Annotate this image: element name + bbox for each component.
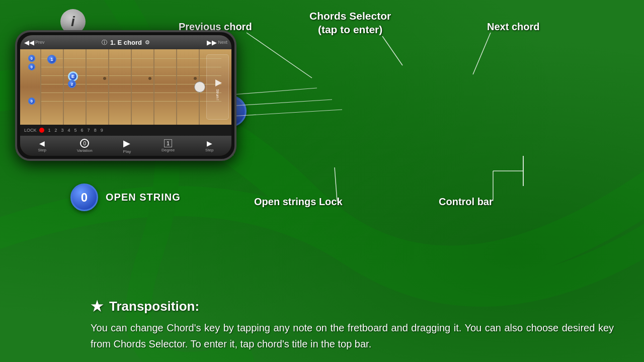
strum-icon (213, 78, 223, 88)
prev-btn[interactable]: ◀◀ Prev (24, 39, 45, 46)
transposition-title: ★ Transposition: (91, 298, 614, 315)
strum-label: Strum ! (216, 89, 219, 101)
open-dot-3: 0 (28, 98, 35, 105)
open-string-label: OPEN STRING (106, 192, 181, 203)
next-chord-label: Next chord (487, 21, 539, 33)
next-btn[interactable]: ▶▶ Next (207, 39, 227, 46)
lock-row: LOCK 1 2 3 4 5 6 7 8 9 (20, 125, 231, 136)
ctrl-step-back[interactable]: ◀ Step (38, 139, 46, 152)
open-dot-2: 0 (28, 63, 35, 70)
chord-header: ◀◀ Prev ⓘ 1. E chord ⚙ ▶▶ Next (20, 35, 231, 49)
fret-marker-2 (148, 77, 151, 80)
phone-mockup: ◀◀ Prev ⓘ 1. E chord ⚙ ▶▶ Next (15, 30, 236, 161)
transposition-heading: Transposition: (109, 299, 199, 314)
open-dot-1: 0 (28, 55, 35, 62)
round-button[interactable] (194, 81, 205, 93)
chord-title-display: 1. E chord (110, 39, 142, 46)
chords-selector-label: Chords Selector (tap to enter) (309, 9, 391, 37)
fret-marker-1 (103, 77, 106, 80)
ctrl-play[interactable]: ▶ Play (123, 138, 131, 154)
phone-screen: ◀◀ Prev ⓘ 1. E chord ⚙ ▶▶ Next (20, 35, 231, 156)
ctrl-variation[interactable]: 0 Variation (77, 139, 93, 153)
fret-marker-3 (194, 77, 197, 80)
star-icon: ★ (91, 298, 103, 315)
fret-dot-2: 2 (68, 80, 76, 88)
control-bar-label: Control bar (439, 196, 493, 208)
ctrl-degree[interactable]: 1 Degree (162, 139, 175, 152)
ctrl-step-forward[interactable]: ▶ Step (205, 139, 213, 152)
open-string-row: 0 OPEN STRING (70, 184, 181, 211)
open-strings-lock-label: Open strings Lock (254, 196, 343, 208)
strum-area[interactable]: Strum ! (206, 54, 229, 120)
lock-indicator (39, 128, 44, 133)
fretboard[interactable]: 0 0 0 1 E 2 Strum ! (20, 49, 231, 125)
lock-label: LOCK (24, 128, 37, 133)
svg-marker-10 (215, 79, 222, 86)
transposition-body: You can change Chord's key by tapping an… (91, 320, 614, 352)
phone-control-bar: ◀ Step 0 Variation ▶ Play 1 Degree ▶ Ste… (20, 136, 231, 156)
transposition-section: ★ Transposition: You can change Chord's … (91, 298, 614, 352)
open-string-circle: 0 (70, 184, 98, 211)
info-icon: i (71, 14, 75, 30)
fret-dot-1: 1 (47, 55, 56, 64)
